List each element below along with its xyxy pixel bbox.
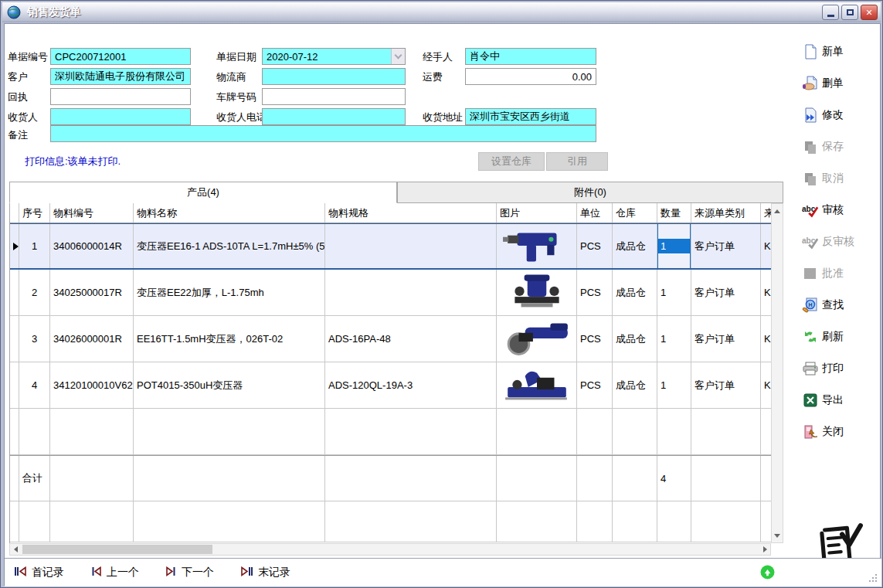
freight-input[interactable] (465, 68, 596, 85)
cell-source_no[interactable]: KC (761, 270, 771, 315)
sidebar-button-audit[interactable]: abc审核 (802, 201, 879, 219)
cell-unit[interactable]: PCS (577, 270, 613, 315)
cell-qty[interactable]: 1 (657, 224, 691, 268)
cell-name[interactable]: EE16TT-1.5mH变压器，026T-02 (134, 316, 325, 362)
sidebar-button-print[interactable]: 打印 (802, 359, 879, 378)
sidebar-button-new-doc[interactable]: 新单 (802, 42, 879, 61)
cell-qty[interactable]: 1 (657, 270, 691, 315)
cell-warehouse[interactable]: 成品仓 (613, 224, 657, 268)
cell-warehouse[interactable]: 成品仓 (613, 316, 657, 362)
column-header-code[interactable]: 物料编号 (50, 203, 134, 223)
cell-qty[interactable]: 1 (657, 362, 691, 408)
customer-input[interactable] (50, 68, 191, 85)
docdate-dropdown-button[interactable] (391, 49, 405, 64)
sidebar-button-delete-doc[interactable]: 删单 (802, 74, 879, 93)
address-input[interactable] (465, 108, 596, 125)
cell-spec[interactable]: ADS-16PA-48 (325, 316, 497, 362)
sidebar-button-find[interactable]: H查找 (802, 296, 879, 314)
cell-warehouse[interactable]: 成品仓 (613, 362, 657, 408)
horizontal-scrollbar[interactable] (9, 543, 771, 556)
tab-products[interactable]: 产品(4) (9, 182, 397, 203)
sidebar-button-close-door[interactable]: 关闭 (802, 423, 879, 441)
cell-seq[interactable]: 1 (19, 224, 50, 268)
nav-button-first-record[interactable]: 首记录 (14, 566, 64, 580)
logistics-input[interactable] (262, 68, 406, 85)
consignee-input[interactable] (50, 108, 191, 125)
receipt-input[interactable] (50, 88, 191, 105)
column-header-warehouse[interactable]: 仓库 (613, 203, 657, 223)
column-header-spec[interactable]: 物料规格 (325, 203, 497, 223)
table-row[interactable]: 334026000001REE16TT-1.5mH变压器，026T-02ADS-… (10, 316, 771, 362)
cell-unit[interactable]: PCS (577, 362, 613, 408)
cell-warehouse[interactable]: 成品仓 (613, 270, 657, 315)
nav-button-next-record[interactable]: 下一个 (165, 566, 214, 580)
column-header-name[interactable]: 物料名称 (134, 203, 325, 223)
maximize-button[interactable] (841, 5, 858, 20)
table-row[interactable]: 234025000017R变压器EE22加厚，L-1.75mhPCS成品仓1客户… (10, 270, 771, 316)
set-warehouse-button[interactable]: 设置仓库 (478, 152, 545, 171)
cell-seq[interactable]: 4 (19, 362, 50, 408)
cell-source_type[interactable]: 客户订单 (691, 362, 761, 408)
scroll-left-icon[interactable] (10, 544, 21, 555)
cell-seq[interactable]: 2 (19, 270, 50, 315)
refresh-icon (802, 328, 819, 345)
cell-source_no[interactable]: KC (761, 224, 771, 268)
cell-spec[interactable]: ADS-120QL-19A-3 (325, 362, 497, 408)
column-header-unit[interactable]: 单位 (577, 203, 613, 223)
resize-grip[interactable] (868, 573, 877, 582)
cell-source_type[interactable]: 客户订单 (691, 270, 761, 315)
cell-code[interactable]: 34120100010V62 (50, 362, 134, 408)
minimize-button[interactable] (822, 5, 839, 20)
cell-seq[interactable]: 3 (19, 316, 50, 362)
cell-qty[interactable]: 1 (657, 316, 691, 362)
sidebar-button-export-excel[interactable]: 导出 (802, 391, 879, 410)
nav-button-last-record[interactable]: 末记录 (240, 566, 290, 580)
cell-source_no[interactable]: KC (761, 316, 771, 362)
consignee-phone-input[interactable] (262, 108, 406, 125)
plateno-input[interactable] (262, 88, 406, 105)
cell-source_type[interactable]: 客户订单 (691, 316, 761, 362)
cell-name[interactable]: POT4015-350uH变压器 (134, 362, 325, 408)
qty-edit-cell[interactable]: 1 (657, 224, 691, 268)
scroll-up-icon[interactable] (772, 206, 783, 216)
cell-unit[interactable]: PCS (577, 316, 613, 362)
cell-code[interactable]: 34006000014R (50, 224, 134, 268)
sidebar-button-modify-doc[interactable]: 修改 (802, 106, 879, 124)
cell-name[interactable]: 变压器EE22加厚，L-1.75mh (134, 270, 325, 315)
vertical-scrollbar[interactable] (771, 203, 783, 543)
docdate-input[interactable] (262, 48, 406, 65)
green-upload-icon[interactable] (760, 565, 775, 580)
cell-unit[interactable]: PCS (577, 224, 613, 268)
horizontal-scroll-thumb[interactable] (22, 545, 212, 554)
column-header-image[interactable]: 图片 (497, 203, 577, 223)
print-icon (802, 360, 819, 377)
sidebar-button-label: 关闭 (822, 425, 844, 439)
sidebar-button-refresh[interactable]: 刷新 (802, 328, 879, 346)
nav-button-previous-record[interactable]: 上一个 (90, 566, 139, 580)
cell-code[interactable]: 34025000017R (50, 270, 134, 315)
column-header-source_no[interactable]: 来 (761, 203, 771, 223)
scroll-right-icon[interactable] (759, 544, 770, 555)
remark-input[interactable] (50, 125, 596, 142)
handler-input[interactable] (465, 48, 596, 65)
column-header-seq[interactable]: 序号 (19, 203, 50, 223)
column-header-source_type[interactable]: 来源单类别 (691, 203, 761, 223)
scroll-down-icon[interactable] (772, 530, 783, 541)
total-cell-unit (577, 456, 613, 501)
save-icon (802, 138, 819, 155)
table-row[interactable]: 434120100010V62POT4015-350uH变压器ADS-120QL… (10, 362, 771, 409)
close-button[interactable]: ✕ (861, 5, 878, 20)
quote-button[interactable]: 引用 (546, 152, 608, 171)
cell-source_no[interactable]: KC (761, 362, 771, 408)
cell-spec[interactable] (325, 270, 497, 315)
cell-name[interactable]: 变压器EE16-1 ADS-10TA L=1.7mH±5% (5V/2 (134, 224, 325, 268)
docno-input[interactable] (50, 48, 191, 65)
column-header-qty[interactable]: 数量 (657, 203, 691, 223)
title-bar[interactable]: 销售发货单 ✕ (2, 2, 881, 22)
cell-spec[interactable] (325, 224, 497, 268)
tab-attachments[interactable]: 附件(0) (397, 182, 783, 203)
field-label-docno: 单据编号 (8, 50, 48, 64)
cell-source_type[interactable]: 客户订单 (691, 224, 761, 268)
table-row[interactable]: 134006000014R变压器EE16-1 ADS-10TA L=1.7mH±… (10, 223, 771, 270)
cell-code[interactable]: 34026000001R (50, 316, 134, 362)
